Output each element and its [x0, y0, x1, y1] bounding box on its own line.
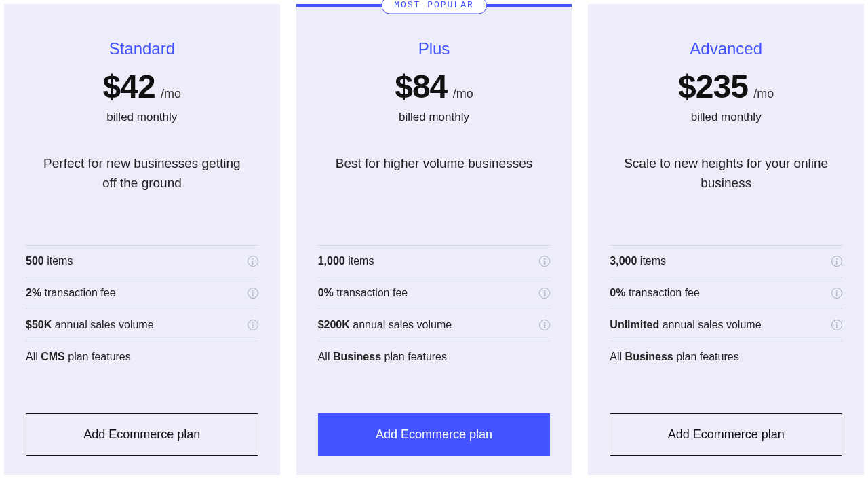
- feature-sales-volume: $200K annual sales volume: [318, 309, 551, 341]
- info-icon[interactable]: [831, 288, 842, 299]
- plan-price-row: $235 /mo: [610, 68, 842, 105]
- plan-price-period: /mo: [161, 87, 181, 100]
- info-icon[interactable]: [831, 320, 842, 330]
- plan-description: Scale to new heights for your online bus…: [610, 154, 842, 214]
- add-plan-button-advanced[interactable]: Add Ecommerce plan: [610, 413, 842, 456]
- plan-price: $84: [395, 69, 447, 104]
- info-icon[interactable]: [831, 256, 842, 267]
- plan-billed: billed monthly: [610, 111, 842, 124]
- plan-billed: billed monthly: [26, 111, 258, 124]
- plan-name: Advanced: [610, 39, 842, 58]
- add-plan-button-standard[interactable]: Add Ecommerce plan: [26, 413, 258, 456]
- spacer: [610, 363, 842, 413]
- feature-sales-volume: Unlimited annual sales volume: [610, 309, 842, 341]
- feature-text: $50K annual sales volume: [26, 319, 154, 331]
- info-icon[interactable]: [248, 288, 258, 299]
- info-icon[interactable]: [248, 320, 258, 330]
- feature-transaction-fee: 2% transaction fee: [26, 277, 258, 309]
- plan-name: Standard: [26, 39, 258, 58]
- plan-price-row: $84 /mo: [318, 68, 551, 105]
- plan-name: Plus: [318, 39, 551, 58]
- most-popular-badge: MOST POPULAR: [381, 0, 487, 14]
- feature-transaction-fee: 0% transaction fee: [610, 277, 842, 309]
- feature-text: 0% transaction fee: [318, 287, 408, 299]
- plan-includes: All Business plan features: [610, 341, 842, 363]
- feature-sales-volume: $50K annual sales volume: [26, 309, 258, 341]
- feature-text: Unlimited annual sales volume: [610, 319, 761, 331]
- plan-features: 3,000 items 0% transaction fee Unlimited…: [610, 245, 842, 341]
- plan-price-period: /mo: [453, 87, 473, 100]
- plan-billed: billed monthly: [318, 111, 551, 124]
- add-plan-button-plus[interactable]: Add Ecommerce plan: [318, 413, 551, 456]
- plan-card-standard: Standard $42 /mo billed monthly Perfect …: [4, 4, 280, 475]
- plan-includes: All CMS plan features: [26, 341, 258, 363]
- feature-text: 1,000 items: [318, 255, 374, 267]
- feature-text: 0% transaction fee: [610, 287, 700, 299]
- plan-price: $235: [678, 69, 748, 104]
- plan-description: Perfect for new businesses getting off t…: [26, 154, 258, 214]
- pricing-plans: Standard $42 /mo billed monthly Perfect …: [0, 0, 868, 479]
- plan-price-period: /mo: [753, 87, 774, 100]
- plan-features: 1,000 items 0% transaction fee $200K ann…: [318, 245, 551, 341]
- info-icon[interactable]: [539, 288, 550, 299]
- spacer: [26, 363, 258, 413]
- feature-items: 500 items: [26, 245, 258, 277]
- feature-text: 3,000 items: [610, 255, 666, 267]
- info-icon[interactable]: [539, 320, 550, 330]
- plan-card-plus: MOST POPULAR Plus $84 /mo billed monthly…: [296, 4, 572, 475]
- info-icon[interactable]: [539, 256, 550, 267]
- feature-text: $200K annual sales volume: [318, 319, 452, 331]
- plan-includes: All Business plan features: [318, 341, 551, 363]
- info-icon[interactable]: [248, 256, 258, 267]
- feature-transaction-fee: 0% transaction fee: [318, 277, 551, 309]
- plan-price: $42: [103, 69, 155, 104]
- feature-text: 500 items: [26, 255, 73, 267]
- spacer: [318, 363, 551, 413]
- plan-features: 500 items 2% transaction fee $50K annual…: [26, 245, 258, 341]
- plan-description: Best for higher volume businesses: [318, 154, 551, 214]
- feature-items: 1,000 items: [318, 245, 551, 277]
- feature-items: 3,000 items: [610, 245, 842, 277]
- plan-price-row: $42 /mo: [26, 68, 258, 105]
- plan-card-advanced: Advanced $235 /mo billed monthly Scale t…: [588, 4, 864, 475]
- feature-text: 2% transaction fee: [26, 287, 116, 299]
